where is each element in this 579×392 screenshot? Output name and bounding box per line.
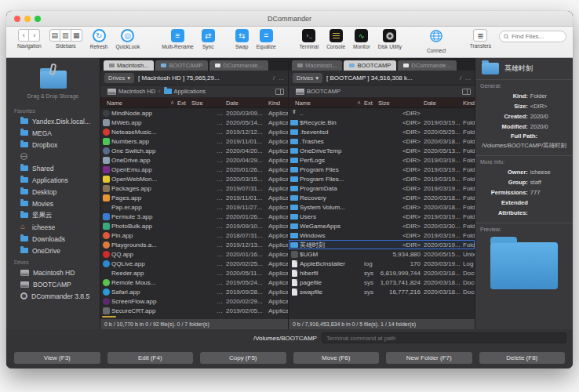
file-row[interactable]: .Trashes <DIR> 2020/03/18... Folder xyxy=(289,136,475,146)
sidebar-item[interactable]: Shared xyxy=(6,162,100,174)
sidebar-both-toggle-icon[interactable]: ▥ xyxy=(60,29,71,42)
file-row[interactable]: PerfLogs <DIR> 2019/03/19... Folder xyxy=(289,155,475,165)
sidebar-item[interactable]: Desktop xyxy=(6,186,100,198)
swap-icon[interactable]: ⇆ xyxy=(235,29,249,42)
file-row[interactable]: Reeder.app … 2020/05/11... Applicat... xyxy=(100,268,288,278)
goto-root-button[interactable]: / xyxy=(460,74,461,82)
file-row[interactable]: OneDriveTemp <DIR> 2020/05/13... Folder xyxy=(289,146,475,155)
connect-globe-icon[interactable] xyxy=(429,29,443,46)
goto-root-button[interactable]: / xyxy=(273,74,275,82)
sidebar-item[interactable]: icheese xyxy=(6,221,100,233)
column-kind[interactable]: Kind xyxy=(268,100,288,107)
file-row[interactable]: SecureCRT.app … 2019/02/05... Applicat..… xyxy=(100,306,288,315)
file-row[interactable]: Packages.app … 2019/07/31... Applicat... xyxy=(100,183,288,193)
column-ext[interactable]: Ext xyxy=(364,100,378,107)
bookmarks-icon[interactable] xyxy=(275,89,284,95)
file-row[interactable]: Remote Mous... … 2019/05/24... Applicat.… xyxy=(100,278,288,287)
forward-button[interactable]: › xyxy=(29,29,40,42)
equalize-icon[interactable]: = xyxy=(260,29,273,42)
search-input[interactable] xyxy=(512,33,562,40)
file-row[interactable]: Safari.app … 2019/09/28... Applicat... xyxy=(100,287,288,296)
sidebar-item[interactable]: MEGA xyxy=(6,127,100,139)
breadcrumb-item[interactable]: › Applications xyxy=(158,88,206,95)
file-row[interactable]: 英雄时刻 <DIR> 2020/03/19... Folder xyxy=(289,240,475,249)
file-row[interactable]: Pages.app … 2019/11/01... Applicat... xyxy=(100,193,288,202)
file-row[interactable]: Windows <DIR> 2019/03/19... Folder xyxy=(289,230,475,240)
column-date[interactable]: Date xyxy=(424,100,463,107)
file-row[interactable]: Pin.app … 2018/07/31... Applicat... xyxy=(100,230,288,240)
column-size[interactable]: Size xyxy=(191,100,226,107)
sidebar-item[interactable]: Applications xyxy=(6,174,100,186)
file-row[interactable]: OneDrive.app … 2020/04/29... Applicat... xyxy=(100,155,288,165)
sidebar-drive-item[interactable]: Macintosh HD xyxy=(6,267,100,278)
file-row[interactable]: $Recycle.Bin <DIR> 2019/03/19... Folder xyxy=(289,118,475,127)
sidebar-item[interactable]: Downloads xyxy=(6,233,100,245)
file-row[interactable]: Permute 3.app … 2020/01/26... Applicat..… xyxy=(100,212,288,221)
drives-dropdown[interactable]: Drives ▾ xyxy=(104,73,134,83)
file-row[interactable]: .fseventsd <DIR> 2020/05/25... Folder xyxy=(289,127,475,136)
file-row[interactable]: System Volum... <DIR> 2020/03/18... Fold… xyxy=(289,202,475,212)
path-more-button[interactable]: ... xyxy=(279,74,284,82)
file-row[interactable]: QQ.app … 2020/01/16... Applicat... xyxy=(100,249,288,259)
column-kind[interactable]: Kind xyxy=(463,100,475,107)
terminal-icon[interactable]: ›_ xyxy=(302,29,315,42)
find-files-search[interactable] xyxy=(499,31,566,42)
transfers-icon[interactable]: ≣ xyxy=(473,29,487,42)
column-size[interactable]: Size xyxy=(378,100,424,107)
function-button[interactable]: Copy (F5) xyxy=(200,352,286,364)
file-row[interactable]: .. <DIR> xyxy=(289,108,475,118)
function-button[interactable]: Move (F6) xyxy=(293,352,380,364)
function-button[interactable]: Edit (F4) xyxy=(107,352,194,364)
file-row[interactable]: One Switch.app … 2020/04/20... Applicat.… xyxy=(100,146,288,155)
file-row[interactable]: swapfile sys 16,777,216 2020/03/18... Do… xyxy=(289,287,475,296)
column-date[interactable]: Date xyxy=(226,100,268,107)
file-row[interactable]: hiberfil sys 6,819,999,744 2020/03/18...… xyxy=(289,268,475,278)
sidebar-item[interactable]: Movies xyxy=(6,198,100,209)
file-row[interactable]: ScreenFlow.app … 2020/02/29... Applicat.… xyxy=(100,296,288,306)
disk-utility-icon[interactable] xyxy=(383,29,396,42)
sidebar-item[interactable]: Dropbox xyxy=(6,139,100,151)
drives-dropdown[interactable]: Drives ▾ xyxy=(293,73,322,83)
file-row[interactable]: Program Files <DIR> 2019/03/19... Folder xyxy=(289,165,475,174)
file-row[interactable]: Program Files... <DIR> 2019/03/19... Fol… xyxy=(289,174,475,183)
column-ext[interactable]: Ext xyxy=(177,100,191,107)
pane-tab[interactable]: BOOTCAMP xyxy=(155,60,208,71)
file-row[interactable]: pagefile sys 1,073,741,824 2020/03/18...… xyxy=(289,278,475,287)
file-row[interactable]: OpenEmu.app … 2020/01/26... Applicat... xyxy=(100,165,288,174)
multi-rename-icon[interactable]: ≡ xyxy=(171,29,184,42)
file-row[interactable]: NeteaseMusic... … 2019/12/12... Applicat… xyxy=(100,127,288,136)
sync-icon[interactable]: ⇄ xyxy=(202,29,215,42)
sidebar-item[interactable]: OneDrive xyxy=(6,245,100,256)
function-button[interactable]: New Folder (F7) xyxy=(386,352,472,364)
pane-tab[interactable]: DCommande... xyxy=(209,60,268,71)
quicklook-icon[interactable]: ◎ xyxy=(121,29,134,42)
sidebar-drive-item[interactable]: BOOTCAMP xyxy=(6,278,100,290)
monitor-icon[interactable]: ∿ xyxy=(355,29,368,42)
pane-tab[interactable]: DCommande... xyxy=(398,60,456,71)
console-icon[interactable] xyxy=(330,29,343,42)
breadcrumb-item[interactable]: BOOTCAMP xyxy=(293,88,340,95)
path-more-button[interactable]: ... xyxy=(465,74,471,82)
sidebar-item[interactable]: Yandex.Disk.local... xyxy=(6,115,100,127)
file-row[interactable]: Users <DIR> 2019/03/19... Folder xyxy=(289,212,475,221)
file-row[interactable]: $UGM 5,934,880 2020/05/15... Unix ex... xyxy=(289,249,475,259)
column-name[interactable]: Name∧ xyxy=(100,100,177,107)
file-row[interactable]: Pap.er.app … 2019/11/27... Applicat... xyxy=(100,202,288,212)
sidebar-left-toggle-icon[interactable]: ▤ xyxy=(49,29,60,42)
sidebar-drive-item[interactable]: DCommander 3.8.5 xyxy=(6,290,100,302)
file-row[interactable]: PhotoBulk.app … 2019/09/10... Applicat..… xyxy=(100,221,288,230)
pane-tab[interactable]: Macintosh... xyxy=(292,60,342,71)
file-row[interactable]: Recovery <DIR> 2020/03/18... Folder xyxy=(289,193,475,202)
drag-drop-storage[interactable]: Drag & Drop Storage xyxy=(6,63,100,105)
scrollbar-thumb[interactable] xyxy=(102,316,116,318)
file-row[interactable]: AppleBcInstaller log 170 2020/03/19... L… xyxy=(289,259,475,268)
file-row[interactable]: WeGameApps <DIR> 2020/03/30... Folder xyxy=(289,221,475,230)
file-row[interactable]: MWeb.app … 2020/05/14... Applicat... xyxy=(100,118,288,127)
back-button[interactable]: ‹ xyxy=(18,29,29,42)
sidebar-item[interactable]: 坚果云 xyxy=(6,209,100,221)
breadcrumb-item[interactable]: Macintosh HD xyxy=(104,88,155,95)
refresh-icon[interactable]: ↻ xyxy=(93,29,106,42)
pane-tab[interactable]: BOOTCAMP xyxy=(344,60,396,71)
terminal-command-input[interactable] xyxy=(322,332,566,343)
file-row[interactable]: Playgrounds.a... … 2019/12/13... Applica… xyxy=(100,240,288,249)
